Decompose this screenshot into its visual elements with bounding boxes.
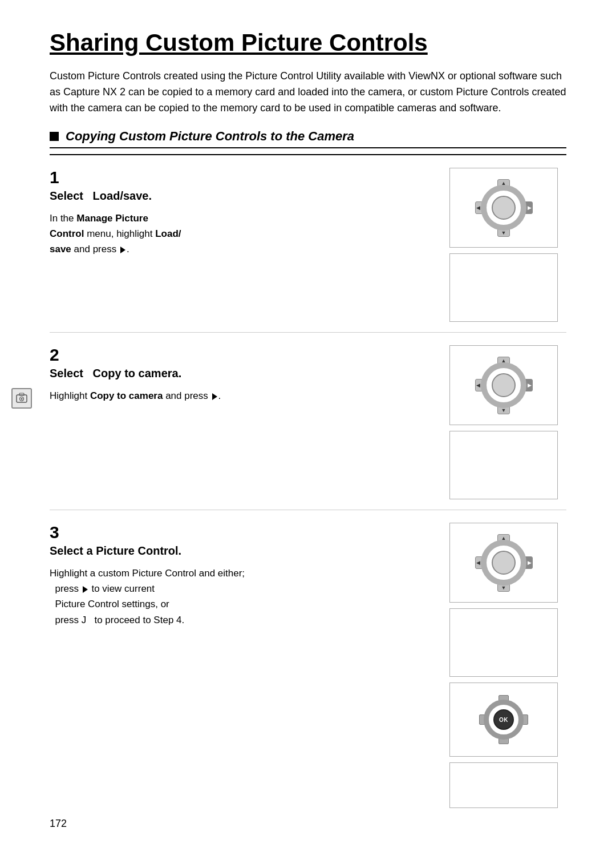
step-1-title: Select Load/save. bbox=[50, 189, 429, 203]
dpad-center bbox=[492, 196, 516, 220]
dpad3-arrow-right: ▶ bbox=[528, 560, 532, 566]
sidebar-icon bbox=[11, 388, 32, 409]
step-1-dpad: ▲ ▼ ◀ ▶ bbox=[474, 178, 534, 238]
step-3-right: ▲ ▼ ◀ ▶ OK bbox=[441, 523, 566, 808]
section-heading-text: Copying Custom Picture Controls to the C… bbox=[66, 129, 354, 144]
intro-paragraph: Custom Picture Controls created using th… bbox=[50, 68, 566, 116]
dpad-arrow-right: ▶ bbox=[528, 205, 532, 211]
step-2-dpad: ▲ ▼ ◀ ▶ bbox=[474, 356, 534, 415]
page-title: Sharing Custom Picture Controls bbox=[50, 29, 566, 57]
dpad2-arrow-up: ▲ bbox=[501, 358, 506, 364]
dpad-arrow-left: ◀ bbox=[476, 205, 480, 211]
dpad2-arrow-left: ◀ bbox=[476, 382, 480, 388]
steps-container: 1 Select Load/save. In the Manage Pictur… bbox=[50, 154, 566, 818]
ok-dpad-center: OK bbox=[493, 709, 514, 730]
dpad3-center bbox=[492, 551, 516, 575]
step-1-desc: In the Manage PictureControl menu, highl… bbox=[50, 211, 429, 257]
step-3-ok-box: OK bbox=[449, 683, 558, 757]
page-number: 172 bbox=[50, 818, 67, 830]
step-2-number: 2 bbox=[50, 345, 429, 365]
step-2-row: 2 Select Copy to camera. Highlight Copy … bbox=[50, 333, 566, 510]
step-2-dpad-box: ▲ ▼ ◀ ▶ bbox=[449, 345, 558, 425]
step-3-dpad-box: ▲ ▼ ◀ ▶ bbox=[449, 523, 558, 603]
dpad3-arrow-left: ◀ bbox=[476, 560, 480, 566]
step-2-desc: Highlight Copy to camera and press . bbox=[50, 388, 429, 403]
section-icon bbox=[50, 132, 59, 141]
step-1-number: 1 bbox=[50, 168, 429, 187]
dpad2-arrow-right: ▶ bbox=[528, 382, 532, 388]
step-3-row: 3 Select a Picture Control. Highlight a … bbox=[50, 510, 566, 818]
step-3-title: Select a Picture Control. bbox=[50, 544, 429, 558]
svg-point-3 bbox=[21, 398, 23, 400]
step-2-right: ▲ ▼ ◀ ▶ bbox=[441, 345, 566, 499]
step-3-desc: Highlight a custom Picture Control and e… bbox=[50, 566, 429, 628]
step-1-empty-box bbox=[449, 253, 558, 322]
step-1-dpad-box: ▲ ▼ ◀ ▶ bbox=[449, 168, 558, 248]
step-3-empty-box-top bbox=[449, 608, 558, 677]
section-subheading: Copying Custom Picture Controls to the C… bbox=[50, 129, 566, 148]
dpad3-arrow-down: ▼ bbox=[501, 585, 506, 591]
dpad2-center bbox=[492, 373, 516, 397]
svg-rect-1 bbox=[19, 393, 24, 395]
step-3-empty-box-bottom bbox=[449, 762, 558, 808]
step-1-right: ▲ ▼ ◀ ▶ bbox=[441, 168, 566, 322]
step-1-row: 1 Select Load/save. In the Manage Pictur… bbox=[50, 155, 566, 333]
step-2-left: 2 Select Copy to camera. Highlight Copy … bbox=[50, 345, 441, 403]
ok-dpad: OK bbox=[478, 694, 529, 745]
dpad-arrow-down: ▼ bbox=[501, 230, 506, 236]
step-2-empty-box bbox=[449, 431, 558, 499]
sidebar-camera-icon bbox=[16, 393, 27, 404]
step-3-number: 3 bbox=[50, 523, 429, 542]
dpad3-arrow-up: ▲ bbox=[501, 535, 506, 541]
step-3-left: 3 Select a Picture Control. Highlight a … bbox=[50, 523, 441, 628]
step-1-left: 1 Select Load/save. In the Manage Pictur… bbox=[50, 168, 441, 257]
step-3-dpad: ▲ ▼ ◀ ▶ bbox=[474, 533, 534, 593]
dpad-arrow-up: ▲ bbox=[501, 180, 506, 186]
dpad2-arrow-down: ▼ bbox=[501, 407, 506, 413]
step-2-title: Select Copy to camera. bbox=[50, 367, 429, 380]
